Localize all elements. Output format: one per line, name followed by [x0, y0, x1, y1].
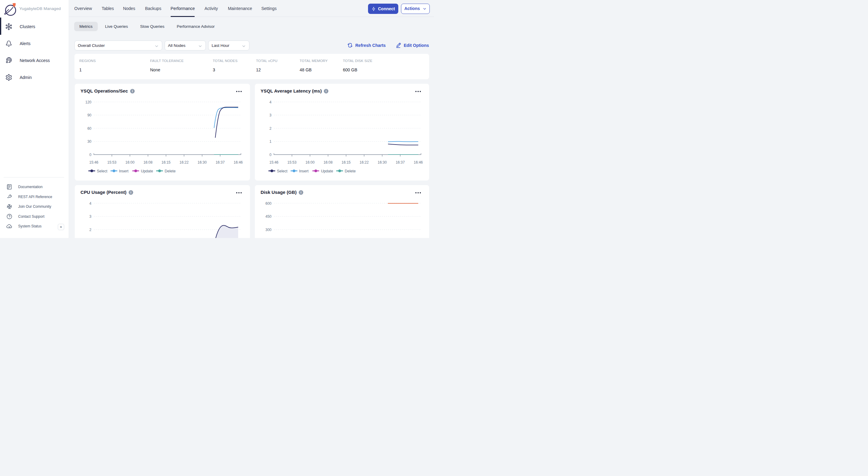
svg-text:4: 4 — [89, 201, 91, 206]
svg-text:3: 3 — [269, 113, 272, 117]
svg-text:16:08: 16:08 — [144, 160, 153, 165]
svg-text:15:53: 15:53 — [287, 160, 297, 165]
svg-text:16:46: 16:46 — [234, 160, 243, 165]
svg-text:600: 600 — [266, 201, 272, 206]
svg-text:15:46: 15:46 — [269, 160, 278, 165]
svg-text:16:22: 16:22 — [180, 160, 189, 165]
svg-text:2: 2 — [269, 127, 272, 131]
svg-text:2: 2 — [89, 228, 91, 232]
svg-text:90: 90 — [88, 113, 92, 117]
svg-text:16:00: 16:00 — [125, 160, 134, 165]
svg-text:120: 120 — [85, 100, 91, 104]
svg-text:16:22: 16:22 — [360, 160, 369, 165]
svg-text:Select: Select — [97, 169, 107, 173]
svg-text:16:37: 16:37 — [216, 160, 224, 165]
svg-text:3: 3 — [89, 214, 91, 219]
svg-text:16:37: 16:37 — [396, 160, 405, 165]
svg-text:Delete: Delete — [165, 169, 176, 173]
svg-text:4: 4 — [269, 100, 272, 104]
svg-text:1: 1 — [269, 139, 272, 144]
svg-text:Update: Update — [141, 169, 153, 173]
svg-text:300: 300 — [266, 228, 272, 232]
svg-text:30: 30 — [88, 139, 92, 144]
svg-text:16:30: 16:30 — [198, 160, 207, 165]
svg-text:16:00: 16:00 — [305, 160, 314, 165]
svg-text:450: 450 — [266, 214, 272, 219]
svg-text:16:30: 16:30 — [378, 160, 387, 165]
svg-text:60: 60 — [88, 127, 92, 131]
svg-text:Insert: Insert — [119, 169, 129, 173]
svg-text:0: 0 — [269, 153, 272, 157]
svg-text:15:46: 15:46 — [89, 160, 98, 165]
svg-text:16:15: 16:15 — [341, 160, 350, 165]
svg-text:Select: Select — [277, 169, 287, 173]
svg-text:0: 0 — [89, 153, 91, 157]
svg-text:Update: Update — [321, 169, 333, 173]
svg-text:16:15: 16:15 — [161, 160, 170, 165]
svg-text:Insert: Insert — [299, 169, 309, 173]
svg-text:16:46: 16:46 — [414, 160, 423, 165]
svg-text:15:53: 15:53 — [107, 160, 117, 165]
svg-text:16:08: 16:08 — [323, 160, 333, 165]
svg-text:Delete: Delete — [345, 169, 355, 173]
